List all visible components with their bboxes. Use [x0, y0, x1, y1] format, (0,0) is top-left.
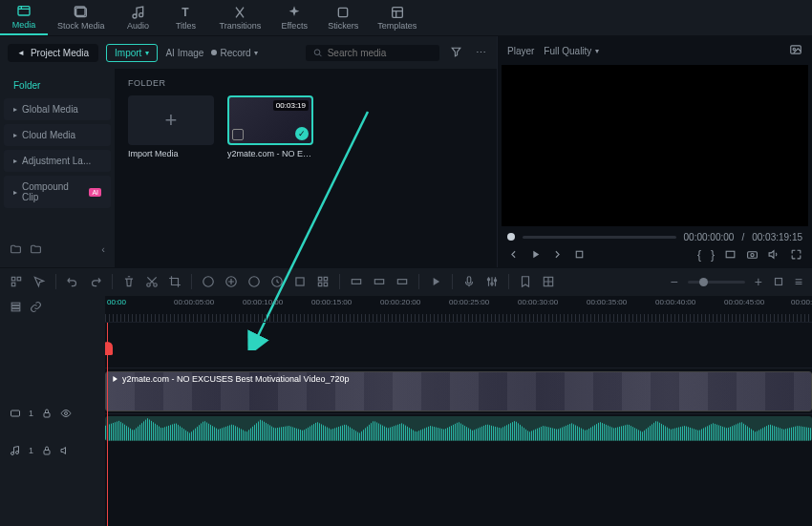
- fullscreen-icon[interactable]: [790, 248, 802, 261]
- crop-icon[interactable]: [168, 275, 182, 288]
- delete-icon[interactable]: [122, 275, 136, 288]
- svg-rect-33: [11, 303, 20, 305]
- tracks-area[interactable]: y2mate.com - NO EXCUSES Best Motivationa…: [105, 323, 812, 527]
- snapshot-icon[interactable]: [789, 43, 802, 58]
- tab-stickers[interactable]: Stickers: [318, 0, 368, 35]
- search-input-wrapper[interactable]: [306, 45, 439, 61]
- sidebar-item-compound-clip[interactable]: ▸Compound ClipAI: [4, 176, 111, 208]
- svg-point-40: [16, 451, 19, 453]
- zoom-slider[interactable]: [688, 281, 745, 284]
- collapse-sidebar-icon[interactable]: ‹: [101, 243, 105, 256]
- cursor-icon[interactable]: [32, 275, 46, 288]
- tl-tool-icon[interactable]: [202, 275, 215, 288]
- svg-rect-16: [11, 283, 15, 286]
- tab-media[interactable]: Media: [0, 0, 48, 35]
- tl-grid-icon[interactable]: [542, 275, 555, 288]
- templates-icon: [390, 5, 405, 20]
- project-media-dropdown[interactable]: ◄ Project Media: [8, 44, 98, 62]
- eye-icon[interactable]: [60, 408, 72, 419]
- tl-select-icon[interactable]: [10, 275, 23, 288]
- stop-icon[interactable]: [573, 248, 586, 261]
- audio-track-icon: [10, 445, 21, 456]
- ratio-icon[interactable]: [724, 248, 737, 261]
- video-track[interactable]: y2mate.com - NO EXCUSES Best Motivationa…: [105, 368, 812, 414]
- tab-effects[interactable]: Effects: [270, 0, 318, 35]
- tl-tool-icon[interactable]: [316, 275, 330, 288]
- prev-frame-icon[interactable]: [507, 248, 520, 261]
- top-toolbar: Media Stock Media Audio T Titles Transit…: [0, 0, 812, 36]
- svg-rect-11: [726, 251, 735, 258]
- import-media-card[interactable]: + Import Media: [128, 95, 214, 158]
- svg-point-38: [65, 411, 68, 414]
- player-panel: Player Full Quality▾ 00:00:00:00 / 00:03…: [497, 36, 812, 267]
- ai-image-button[interactable]: AI Image: [165, 48, 203, 58]
- mark-in-icon[interactable]: {: [697, 248, 701, 262]
- audio-track[interactable]: [105, 414, 812, 443]
- record-dot-icon: [211, 50, 217, 55]
- media-clip-card[interactable]: 00:03:19 ✓ y2mate.com - NO EXC...: [227, 95, 313, 158]
- mixer-icon[interactable]: [485, 275, 499, 288]
- zoom-in-icon[interactable]: +: [755, 274, 762, 289]
- volume-icon[interactable]: [768, 248, 780, 261]
- current-time: 00:00:00:00: [684, 232, 735, 242]
- tl-tool-icon[interactable]: [350, 275, 363, 288]
- timeline-ruler[interactable]: 00:00 00:00:05:00 00:00:10:00 00:00:15:0…: [105, 296, 812, 323]
- cut-icon[interactable]: [145, 275, 159, 288]
- tl-tool-icon[interactable]: [247, 275, 261, 288]
- mic-icon[interactable]: [462, 275, 476, 288]
- svg-point-21: [249, 277, 260, 287]
- video-preview[interactable]: [502, 65, 808, 226]
- speed-icon[interactable]: [270, 275, 284, 288]
- svg-rect-32: [775, 279, 781, 285]
- import-button[interactable]: Import ▾: [106, 44, 158, 62]
- redo-icon[interactable]: [89, 275, 102, 288]
- play-icon[interactable]: [529, 248, 542, 261]
- lock-icon[interactable]: [41, 445, 53, 456]
- svg-point-39: [11, 452, 14, 454]
- camera-icon[interactable]: [746, 248, 759, 261]
- tab-templates[interactable]: Templates: [368, 0, 426, 35]
- mute-icon[interactable]: [60, 445, 72, 456]
- zoom-fit-icon[interactable]: [772, 275, 785, 288]
- next-frame-icon[interactable]: [551, 248, 564, 261]
- tab-titles[interactable]: T Titles: [162, 0, 210, 35]
- record-button[interactable]: Record ▾: [211, 48, 257, 58]
- effects-icon: [287, 5, 302, 20]
- track-view-icon[interactable]: [10, 301, 22, 313]
- tl-tool-icon[interactable]: [373, 275, 386, 288]
- tl-tool-icon[interactable]: [224, 275, 238, 288]
- lock-icon[interactable]: [41, 408, 53, 419]
- sidebar-item-adjustment-layer[interactable]: ▸Adjustment La...: [4, 150, 111, 172]
- undo-icon[interactable]: [66, 275, 79, 288]
- audio-track-header[interactable]: 1: [0, 436, 105, 465]
- timeline-menu-icon[interactable]: ≡: [795, 274, 802, 289]
- playhead[interactable]: [107, 323, 108, 527]
- sidebar-item-cloud-media[interactable]: ▸Cloud Media: [4, 124, 111, 146]
- tab-transitions[interactable]: Transitions: [210, 0, 271, 35]
- svg-rect-37: [44, 412, 50, 417]
- svg-rect-4: [339, 8, 348, 16]
- tab-audio[interactable]: Audio: [115, 0, 162, 35]
- marker-icon[interactable]: [519, 275, 532, 288]
- video-clip[interactable]: y2mate.com - NO EXCUSES Best Motivationa…: [105, 371, 812, 411]
- video-track-header[interactable]: 1: [0, 390, 105, 436]
- audio-clip[interactable]: [105, 416, 812, 441]
- sidebar-item-global-media[interactable]: ▸Global Media: [4, 98, 111, 120]
- link-icon[interactable]: [30, 301, 42, 313]
- zoom-out-icon[interactable]: −: [670, 274, 677, 289]
- tl-tool-icon[interactable]: [395, 275, 409, 288]
- plus-icon: +: [165, 108, 178, 133]
- tl-play-icon[interactable]: [429, 275, 442, 288]
- media-sidebar: Folder ▸Global Media ▸Cloud Media ▸Adjus…: [0, 69, 115, 267]
- folder-add-icon[interactable]: [10, 243, 22, 256]
- quality-dropdown[interactable]: Full Quality▾: [544, 46, 599, 56]
- search-input[interactable]: [328, 48, 432, 58]
- tl-tool-icon[interactable]: [293, 275, 307, 288]
- chevron-down-icon: ▾: [145, 49, 149, 57]
- filter-icon[interactable]: [447, 43, 465, 63]
- player-scrubber[interactable]: 00:00:00:00 / 00:03:19:15: [507, 232, 802, 242]
- mark-out-icon[interactable]: }: [711, 248, 715, 262]
- more-icon[interactable]: ⋯: [473, 44, 489, 62]
- tab-stock-media[interactable]: Stock Media: [48, 0, 115, 35]
- folder-icon[interactable]: [30, 243, 42, 256]
